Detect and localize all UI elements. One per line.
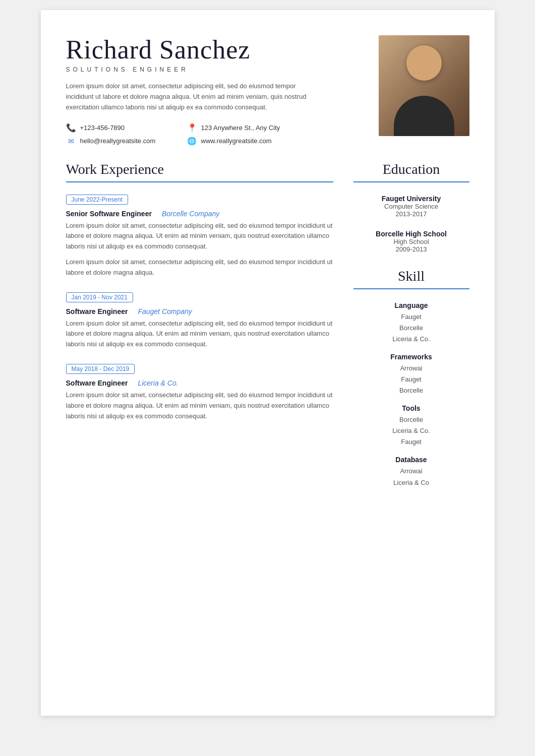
- skill-fw-1: Arrowai: [353, 363, 469, 374]
- skill-tool-1: Borcelle: [353, 414, 469, 425]
- skill-cat-database: Database: [353, 456, 469, 464]
- skill-tool-2: Liceria & Co.: [353, 425, 469, 436]
- edu-school-2: Borcelle High School: [353, 230, 469, 238]
- contact-address: 📍 123 Anywhere St., Any City: [187, 123, 298, 133]
- right-column: Education Fauget University Computer Sci…: [353, 161, 469, 496]
- skill-tool-3: Fauget: [353, 436, 469, 448]
- job-desc-2a: Lorem ipsum dolor sit amet, consectetur …: [66, 319, 333, 350]
- skill-cat-frameworks: Frameworks: [353, 353, 469, 361]
- edu-entry-1: Fauget University Computer Science 2013-…: [353, 195, 469, 218]
- education-title: Education: [353, 161, 469, 177]
- job-company-1: Borcelle Company: [162, 210, 219, 218]
- phone-value: +123-456-7890: [80, 124, 125, 132]
- work-entry-2: Jan 2019 - Nov 2021 Software Engineer Fa…: [66, 292, 333, 350]
- job-header-2: Software Engineer Fauget Company: [66, 307, 333, 316]
- job-desc-1a: Lorem ipsum dolor sit amet, consectetur …: [66, 221, 333, 252]
- skill-db-1: Arrowai: [353, 466, 469, 477]
- skill-section: Skill Language Fauget Borcelle Liceria &…: [353, 268, 469, 488]
- skill-db-2: Liceria & Co: [353, 477, 469, 488]
- skill-lang-1: Fauget: [353, 311, 469, 323]
- contact-website: 🌐 www.reallygreatsite.com: [187, 136, 298, 146]
- job-company-2: Fauget Company: [138, 307, 192, 316]
- contact-phone: 📞 +123-456-7890: [66, 123, 177, 133]
- job-header-3: Software Engineer Liceria & Co.: [66, 379, 333, 387]
- work-date-3: May 2018 - Dec 2019: [66, 364, 135, 374]
- skill-language: Language Fauget Borcelle Liceria & Co.: [353, 301, 469, 345]
- address-value: 123 Anywhere St., Any City: [201, 124, 280, 132]
- skill-frameworks: Frameworks Arrowai Fauget Borcelle: [353, 353, 469, 396]
- skill-lang-3: Liceria & Co.: [353, 334, 469, 345]
- skill-divider: [353, 288, 469, 289]
- job-desc-3a: Lorem ipsum dolor sit amet, consectetur …: [66, 390, 333, 421]
- skill-lang-2: Borcelle: [353, 323, 469, 334]
- edu-entry-2: Borcelle High School High School 2009-20…: [353, 230, 469, 253]
- work-experience-title: Work Experience: [66, 161, 333, 177]
- work-experience-divider: [66, 181, 333, 182]
- job-header-1: Senior Software Engineer Borcelle Compan…: [66, 210, 333, 218]
- job-desc-1b: Lorem ipsum dolor sit amet, consectetur …: [66, 257, 333, 278]
- website-value: www.reallygreatsite.com: [201, 137, 272, 145]
- edu-degree-2: High School: [353, 238, 469, 245]
- skill-fw-2: Fauget: [353, 374, 469, 385]
- skill-cat-language: Language: [353, 301, 469, 309]
- job-title-2: Software Engineer: [66, 307, 128, 316]
- candidate-photo: [379, 35, 469, 136]
- edu-school-1: Fauget University: [353, 195, 469, 203]
- candidate-name: Richard Sanchez: [66, 35, 364, 64]
- skill-cat-tools: Tools: [353, 404, 469, 412]
- edu-degree-1: Computer Science: [353, 203, 469, 210]
- candidate-bio: Lorem ipsum dolor sit amet, consectetur …: [66, 81, 308, 112]
- phone-icon: 📞: [66, 123, 76, 133]
- main-content: Work Experience June 2022-Present Senior…: [66, 161, 469, 496]
- header-section: Richard Sanchez SOLUTIONS ENGINEER Lorem…: [66, 35, 469, 146]
- job-title-1: Senior Software Engineer: [66, 210, 152, 218]
- contact-email: ✉ hello@reallygreatsite.com: [66, 136, 177, 146]
- web-icon: 🌐: [187, 136, 197, 146]
- work-date-1: June 2022-Present: [66, 195, 128, 205]
- education-divider: [353, 181, 469, 182]
- resume-page: Richard Sanchez SOLUTIONS ENGINEER Lorem…: [41, 10, 495, 716]
- email-value: hello@reallygreatsite.com: [80, 137, 156, 145]
- email-icon: ✉: [66, 136, 76, 146]
- work-experience-section: Work Experience June 2022-Present Senior…: [66, 161, 333, 496]
- skill-fw-3: Borcelle: [353, 385, 469, 396]
- job-company-3: Liceria & Co.: [138, 379, 178, 387]
- work-date-2: Jan 2019 - Nov 2021: [66, 292, 133, 302]
- education-section: Education Fauget University Computer Sci…: [353, 161, 469, 253]
- edu-years-1: 2013-2017: [353, 210, 469, 218]
- work-entry-1: June 2022-Present Senior Software Engine…: [66, 195, 333, 278]
- photo-simulation: [379, 35, 469, 136]
- job-title-3: Software Engineer: [66, 379, 128, 387]
- edu-years-2: 2009-2013: [353, 245, 469, 253]
- skill-title: Skill: [353, 268, 469, 284]
- contact-grid: 📞 +123-456-7890 📍 123 Anywhere St., Any …: [66, 123, 298, 146]
- work-entry-3: May 2018 - Dec 2019 Software Engineer Li…: [66, 364, 333, 421]
- header-left: Richard Sanchez SOLUTIONS ENGINEER Lorem…: [66, 35, 364, 146]
- candidate-title: SOLUTIONS ENGINEER: [66, 66, 364, 73]
- skill-database: Database Arrowai Liceria & Co: [353, 456, 469, 488]
- location-icon: 📍: [187, 123, 197, 133]
- skill-tools: Tools Borcelle Liceria & Co. Fauget: [353, 404, 469, 448]
